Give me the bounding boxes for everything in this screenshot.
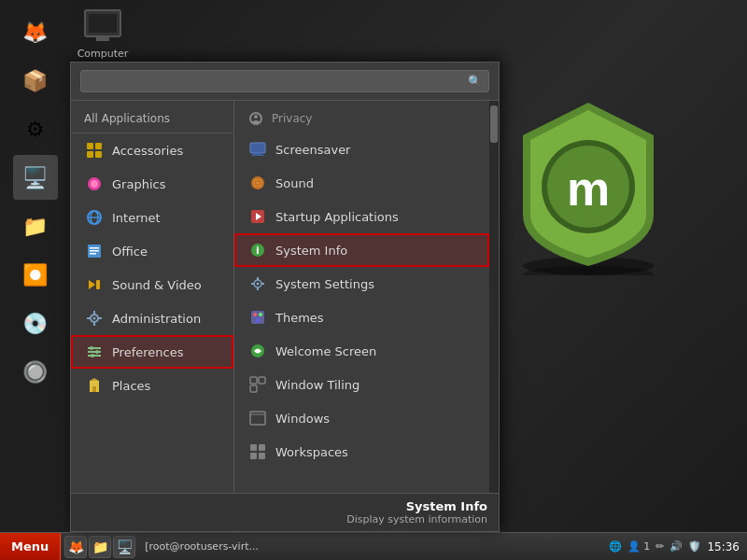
application-menu: 🔍 All Applications Accessories [70,62,500,532]
sidebar-icon-config[interactable]: 🔘 [13,349,58,394]
taskbar-app-files[interactable]: 📁 [89,536,111,558]
taskbar: Menu 🦊 📁 🖥️ [root@rootusers-virt... 🌐 👤 … [0,532,747,560]
search-icon: 🔍 [468,75,482,88]
accessories-label: Accessories [112,144,183,158]
menu-body: All Applications Accessories Graphics [71,101,499,493]
places-label: Places [112,379,150,393]
sound-icon [247,173,268,193]
office-label: Office [112,245,148,259]
svg-rect-7 [95,151,102,158]
app-screensaver[interactable]: Screensaver [234,133,489,166]
windows-icon [247,408,268,428]
svg-marker-17 [89,280,95,289]
sidebar-icon-folder[interactable]: 📁 [13,203,58,248]
sidebar-icon-media[interactable]: ⏺️ [13,252,58,297]
system-settings-icon [247,273,268,294]
svg-point-9 [91,180,98,188]
administration-icon [84,308,105,329]
app-themes[interactable]: Themes [234,301,489,334]
search-input[interactable] [80,70,489,92]
internet-icon [84,207,105,228]
themes-label: Themes [275,311,324,325]
taskbar-security-icon: 🛡️ [688,540,701,553]
category-all-apps[interactable]: All Applications [71,106,233,133]
menu-apps-container: Privacy Screensaver Sound [234,101,499,493]
category-internet[interactable]: Internet [71,201,233,234]
taskbar-volume-icon[interactable]: 🔊 [669,540,683,553]
startup-icon [247,206,268,227]
app-system-settings[interactable]: System Settings [234,267,489,301]
app-window-tiling[interactable]: Window Tiling [234,368,489,401]
svg-rect-5 [95,143,102,149]
taskbar-pencil-icon: ✏️ [655,540,664,553]
svg-point-30 [91,354,94,357]
menu-button[interactable]: Menu [0,533,61,561]
svg-point-40 [257,182,260,185]
svg-point-28 [90,346,93,350]
windows-label: Windows [275,412,330,426]
category-places[interactable]: Places [71,369,233,402]
sidebar-icon-files[interactable]: 📦 [13,58,58,103]
svg-point-46 [257,283,260,286]
svg-rect-15 [90,250,99,252]
sound-label: Sound [275,176,314,190]
all-apps-label: All Applications [84,112,170,125]
taskbar-time: 15:36 [707,540,740,553]
preferences-icon [84,342,105,362]
svg-rect-56 [250,377,257,384]
svg-rect-37 [251,155,264,156]
sidebar: 🦊 📦 ⚙️ 🖥️ 📁 ⏺️ 💿 🔘 [0,0,70,532]
system-info-label: System Info [275,244,347,258]
app-startup-applications[interactable]: Startup Applications [234,200,489,233]
window-tiling-icon [247,374,268,395]
category-sound-video[interactable]: Sound & Video [71,268,233,301]
svg-rect-59 [250,412,265,425]
scrollbar-thumb[interactable] [490,105,498,143]
sidebar-icon-settings[interactable]: ⚙️ [13,106,58,151]
svg-rect-18 [96,280,100,289]
svg-rect-31 [92,386,96,392]
svg-rect-6 [87,151,93,158]
workspaces-icon [247,441,268,462]
svg-point-54 [256,318,260,322]
svg-rect-63 [250,453,257,459]
app-sound[interactable]: Sound [234,166,489,200]
accessories-icon [84,140,105,161]
category-graphics[interactable]: Graphics [71,167,233,201]
app-system-info[interactable]: i System Info [234,233,489,267]
privacy-header-icon [246,108,266,129]
preferences-label: Preferences [112,345,183,359]
app-info-name: System Info [82,499,487,513]
svg-point-53 [259,313,262,316]
svg-rect-16 [90,253,96,255]
category-accessories[interactable]: Accessories [71,133,233,167]
office-icon [84,241,105,261]
app-windows[interactable]: Windows [234,401,489,435]
search-wrapper: 🔍 [80,70,489,92]
taskbar-network-icon: 🌐 [609,540,622,553]
category-preferences[interactable]: Preferences [71,335,233,369]
computer-desktop-icon[interactable]: Computer [75,9,131,60]
category-office[interactable]: Office [71,234,233,268]
sidebar-icon-terminal[interactable]: 🖥️ [13,155,58,200]
graphics-label: Graphics [112,177,165,191]
app-welcome-screen[interactable]: Welcome Screen [234,334,489,368]
menu-categories: All Applications Accessories Graphics [71,101,234,493]
svg-rect-61 [250,444,257,451]
administration-label: Administration [112,312,201,326]
sidebar-icon-firefox[interactable]: 🦊 [13,9,58,54]
sidebar-icon-disc[interactable]: 💿 [13,301,58,345]
taskbar-app-firefox[interactable]: 🦊 [64,536,87,558]
graphics-icon [84,174,105,194]
app-workspaces[interactable]: Workspaces [234,435,489,469]
svg-point-29 [95,350,99,354]
startup-label: Startup Applications [275,210,399,224]
desktop: Computer m 🦊 📦 ⚙️ 🖥️ 📁 ⏺️ 💿 🔘 [0,0,747,560]
sound-video-label: Sound & Video [112,278,202,292]
svg-rect-4 [87,143,93,149]
taskbar-app-terminal[interactable]: 🖥️ [113,536,135,558]
category-administration[interactable]: Administration [71,301,233,335]
window-tiling-label: Window Tiling [275,378,359,392]
svg-rect-62 [259,444,265,451]
svg-rect-34 [250,143,265,153]
